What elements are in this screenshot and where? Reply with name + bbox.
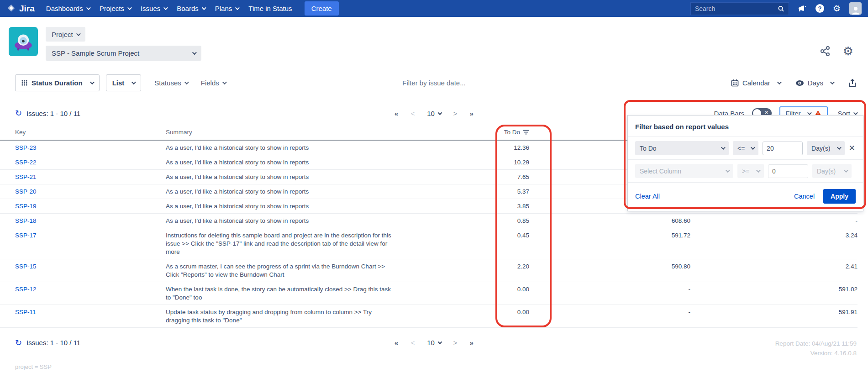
remove-filter-icon[interactable]: ✕ <box>849 143 857 153</box>
export-icon[interactable] <box>848 79 857 88</box>
jira-logo-text: Jira <box>19 4 35 14</box>
issue-key-link[interactable]: SSP-18 <box>15 217 37 224</box>
grid-icon <box>21 80 27 86</box>
report-toolbar: Status Duration List Statuses Fields Fil… <box>0 74 868 91</box>
issue-key-cell: SSP-23 <box>0 140 166 155</box>
alien-avatar-icon <box>11 30 35 53</box>
nav-right: ? ⚙ <box>690 2 862 15</box>
column-header-summary[interactable]: Summary <box>166 126 494 140</box>
column-header-key[interactable]: Key <box>0 126 166 140</box>
announcements-icon[interactable] <box>798 5 807 13</box>
pagination-prev-button[interactable]: < <box>410 110 415 117</box>
issue-summary-cell: As a user, I'd like a historical story t… <box>166 170 494 184</box>
filter-value-input-disabled[interactable] <box>768 164 808 178</box>
filter-operator-select-disabled[interactable]: >= <box>737 164 764 178</box>
chevron-down-icon <box>184 80 189 84</box>
issue-key-link[interactable]: SSP-15 <box>15 263 37 270</box>
page-size-select[interactable]: 10 <box>427 339 441 347</box>
chevron-down-icon <box>202 5 206 10</box>
jira-logo[interactable]: Jira <box>6 4 35 14</box>
filter-column-select[interactable]: To Do <box>635 141 729 155</box>
filter-value-input[interactable] <box>763 142 803 155</box>
project-select[interactable]: SSP - Sample Scrum Project <box>46 46 201 61</box>
toolbar-right: Calendar Days <box>731 79 857 88</box>
issue-key-link[interactable]: SSP-12 <box>15 286 37 293</box>
nav-item-boards[interactable]: Boards <box>172 0 210 17</box>
user-avatar[interactable] <box>849 2 862 15</box>
apply-button[interactable]: Apply <box>823 189 856 204</box>
clear-all-link[interactable]: Clear All <box>635 193 660 200</box>
pagination-last-button[interactable]: » <box>470 339 473 347</box>
jira-logo-icon <box>6 4 16 13</box>
report-type-dropdown[interactable]: Status Duration <box>15 74 100 91</box>
filter-row-2: Select Column >= Day(s) <box>628 160 863 182</box>
issue-key-link[interactable]: SSP-21 <box>15 173 37 180</box>
share-icon[interactable] <box>820 46 831 57</box>
table-row: SSP-11 Update task status by dragging an… <box>0 305 857 328</box>
nav-item-time-in-status[interactable]: Time in Status <box>243 0 297 17</box>
settings-icon[interactable]: ⚙ <box>833 4 841 13</box>
pagination-next-button[interactable]: > <box>453 110 458 117</box>
filter-unit-select-disabled[interactable]: Day(s) <box>812 164 852 178</box>
pagination-prev-button[interactable]: < <box>410 339 415 347</box>
issue-key-link[interactable]: SSP-22 <box>15 159 37 166</box>
nav-item-dashboards[interactable]: Dashboards <box>41 0 95 17</box>
jql-query: project = SSP <box>15 363 868 370</box>
refresh-icon[interactable]: ↻ <box>15 339 22 347</box>
unit-dropdown[interactable]: Days <box>795 79 833 87</box>
issue-todo-value: 7.65 <box>494 170 549 184</box>
issue-key-link[interactable]: SSP-11 <box>15 309 36 315</box>
search-input[interactable] <box>695 5 778 12</box>
project-type-dropdown[interactable]: Project <box>46 27 85 42</box>
search-icon[interactable] <box>778 5 784 12</box>
filter-column-select-disabled[interactable]: Select Column <box>635 164 733 178</box>
issue-key-link[interactable]: SSP-20 <box>15 188 37 195</box>
statuses-dropdown[interactable]: Statuses <box>154 79 187 87</box>
gear-icon[interactable]: ⚙ <box>843 45 853 57</box>
eye-icon <box>795 80 804 86</box>
issue-key-link[interactable]: SSP-17 <box>15 232 37 239</box>
issue-value-3: 591.91 <box>694 305 857 328</box>
chevron-down-icon <box>86 5 91 10</box>
pagination-next-button[interactable]: > <box>453 339 458 347</box>
cancel-button[interactable]: Cancel <box>794 193 815 200</box>
pagination-last-button[interactable]: » <box>470 110 473 117</box>
calendar-dropdown[interactable]: Calendar <box>731 79 780 87</box>
chevron-down-icon <box>132 80 136 84</box>
issue-key-link[interactable]: SSP-23 <box>15 144 37 151</box>
chevron-down-icon <box>726 168 730 173</box>
filter-popup: Filter based on report values To Do <= D… <box>627 115 863 211</box>
fields-dropdown[interactable]: Fields <box>201 79 226 87</box>
issue-key-link[interactable]: SSP-19 <box>15 203 37 210</box>
filter-operator-select[interactable]: <= <box>733 141 758 155</box>
project-avatar[interactable] <box>9 27 38 56</box>
issue-summary-cell: As a user, I'd like a historical story t… <box>166 199 494 214</box>
nav-item-plans[interactable]: Plans <box>210 0 244 17</box>
page-size-select[interactable]: 10 <box>427 110 441 117</box>
issue-todo-value: 0.00 <box>494 305 549 328</box>
column-header-todo[interactable]: To Do <box>494 126 549 140</box>
refresh-icon[interactable]: ↻ <box>15 109 22 117</box>
report-date: Report Date: 04/Aug/21 11:59 <box>775 339 857 348</box>
issue-todo-value: 0.00 <box>494 282 549 305</box>
project-selectors: Project SSP - Sample Scrum Project <box>46 27 201 61</box>
filter-unit-select[interactable]: Day(s) <box>807 141 845 155</box>
issue-summary-cell: As a user, I'd like a historical story t… <box>166 140 494 155</box>
issue-key-cell: SSP-19 <box>0 199 166 214</box>
filter-row-1: To Do <= Day(s) ✕ <box>628 137 863 159</box>
pagination-first-button[interactable]: « <box>395 339 398 347</box>
chevron-down-icon <box>222 80 227 84</box>
pagination-first-button[interactable]: « <box>395 110 398 117</box>
issue-value-2: 590.80 <box>549 259 694 282</box>
help-icon[interactable]: ? <box>815 4 824 13</box>
issue-todo-value: 3.85 <box>494 199 549 214</box>
filter-popup-title: Filter based on report values <box>628 116 863 137</box>
chevron-down-icon <box>438 110 442 115</box>
issue-date-filter[interactable]: Filter by issue date... <box>402 79 465 87</box>
view-dropdown[interactable]: List <box>106 74 142 91</box>
nav-item-projects[interactable]: Projects <box>95 0 136 17</box>
nav-item-issues[interactable]: Issues <box>136 0 172 17</box>
create-button[interactable]: Create <box>305 1 339 16</box>
issue-value-3: 3.24 <box>694 228 857 259</box>
issues-count: Issues: 1 - 10 / 11 <box>26 110 80 117</box>
